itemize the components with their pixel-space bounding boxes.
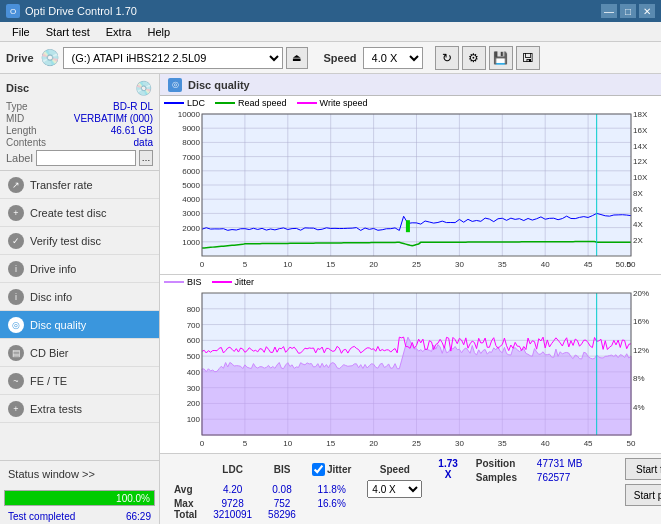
minimize-button[interactable]: — bbox=[601, 4, 617, 18]
stats-max-bis: 752 bbox=[260, 498, 304, 509]
legend-bis: BIS bbox=[164, 277, 202, 287]
progress-bar-container: 100.0% bbox=[4, 490, 155, 506]
legend-ldc: LDC bbox=[164, 98, 205, 108]
action-buttons: Start full Start part bbox=[625, 458, 661, 506]
right-stats: Position 47731 MB Samples 762577 bbox=[476, 458, 607, 483]
menu-extra[interactable]: Extra bbox=[98, 24, 140, 40]
disc-contents-label: Contents bbox=[6, 137, 46, 148]
stats-col-jitter-check: Jitter bbox=[304, 458, 359, 480]
settings-button[interactable]: ⚙ bbox=[462, 46, 486, 70]
samples-row: Samples 762577 bbox=[476, 472, 607, 483]
sidebar-item-extra-tests[interactable]: + Extra tests bbox=[0, 395, 159, 423]
disc-type-row: Type BD-R DL bbox=[6, 101, 153, 112]
stats-col-ldc: LDC bbox=[205, 458, 260, 480]
disc-info-icon: i bbox=[8, 289, 24, 305]
disc-contents-row: Contents data bbox=[6, 137, 153, 148]
sidebar-item-cd-bier[interactable]: ▤ CD Bier bbox=[0, 339, 159, 367]
sidebar-item-fe-te[interactable]: ~ FE / TE bbox=[0, 367, 159, 395]
main-layout: Disc 💿 Type BD-R DL MID VERBATIMf (000) … bbox=[0, 74, 661, 524]
stats-max-ldc: 9728 bbox=[205, 498, 260, 509]
drive-select[interactable]: (G:) ATAPI iHBS212 2.5L09 bbox=[63, 47, 283, 69]
speed-select[interactable]: 4.0 X bbox=[363, 47, 423, 69]
samples-value: 762577 bbox=[537, 472, 607, 483]
jitter-color bbox=[212, 281, 232, 283]
position-label: Position bbox=[476, 458, 531, 469]
sidebar-label-drive-info: Drive info bbox=[30, 263, 76, 275]
sidebar-item-verify-test-disc[interactable]: ✓ Verify test disc bbox=[0, 227, 159, 255]
status-bottom: Test completed 66:29 bbox=[0, 509, 159, 524]
status-window-nav[interactable]: Status window >> bbox=[0, 461, 159, 487]
quality-panel-icon: ◎ bbox=[168, 78, 182, 92]
sidebar-label-disc-info: Disc info bbox=[30, 291, 72, 303]
transfer-rate-icon: ↗ bbox=[8, 177, 24, 193]
progress-text: 100.0% bbox=[116, 493, 150, 504]
sidebar-item-drive-info[interactable]: i Drive info bbox=[0, 255, 159, 283]
progress-bar-fill: 100.0% bbox=[5, 491, 154, 505]
disc-label-input[interactable] bbox=[36, 150, 136, 166]
stats-avg-ldc: 4.20 bbox=[205, 480, 260, 498]
menu-bar: File Start test Extra Help bbox=[0, 22, 661, 42]
stats-avg-label: Avg bbox=[166, 480, 205, 498]
disc-quality-icon: ◎ bbox=[8, 317, 24, 333]
jitter-checkbox[interactable] bbox=[312, 463, 325, 476]
sidebar-label-disc-quality: Disc quality bbox=[30, 319, 86, 331]
disc-label-button[interactable]: … bbox=[139, 150, 153, 166]
legend-jitter: Jitter bbox=[212, 277, 255, 287]
close-button[interactable]: ✕ bbox=[639, 4, 655, 18]
sidebar-item-disc-quality[interactable]: ◎ Disc quality bbox=[0, 311, 159, 339]
eject-button[interactable]: ⏏ bbox=[286, 47, 308, 69]
stats-max-jitter: 16.6% bbox=[304, 498, 359, 509]
sidebar-label-transfer-rate: Transfer rate bbox=[30, 179, 93, 191]
create-test-disc-icon: + bbox=[8, 205, 24, 221]
stats-col-empty bbox=[166, 458, 205, 480]
refresh-button[interactable]: ↻ bbox=[435, 46, 459, 70]
menu-file[interactable]: File bbox=[4, 24, 38, 40]
stats-total-ldc: 3210091 bbox=[205, 509, 260, 520]
start-part-button[interactable]: Start part bbox=[625, 484, 661, 506]
disc-mid-row: MID VERBATIMf (000) bbox=[6, 113, 153, 124]
disc-label-key: Label bbox=[6, 152, 33, 164]
legend-bis-label: BIS bbox=[187, 277, 202, 287]
stats-total-row: Total 3210091 58296 bbox=[166, 509, 466, 520]
fe-te-icon: ~ bbox=[8, 373, 24, 389]
maximize-button[interactable]: □ bbox=[620, 4, 636, 18]
start-full-button[interactable]: Start full bbox=[625, 458, 661, 480]
disc-type-value: BD-R DL bbox=[113, 101, 153, 112]
write-speed-color bbox=[297, 102, 317, 104]
disc-length-value: 46.61 GB bbox=[111, 125, 153, 136]
chart2-canvas-container bbox=[160, 289, 661, 453]
chart2-wrapper: BIS Jitter bbox=[160, 275, 661, 453]
sidebar-label-verify-test-disc: Verify test disc bbox=[30, 235, 101, 247]
status-completed-text: Test completed bbox=[4, 510, 79, 523]
disc-button[interactable]: 💾 bbox=[489, 46, 513, 70]
jitter-label: Jitter bbox=[327, 464, 351, 475]
toolbar-buttons: ↻ ⚙ 💾 🖫 bbox=[435, 46, 540, 70]
legend-read-speed-label: Read speed bbox=[238, 98, 287, 108]
title-bar: O Opti Drive Control 1.70 — □ ✕ bbox=[0, 0, 661, 22]
disc-length-row: Length 46.61 GB bbox=[6, 125, 153, 136]
disc-panel: Disc 💿 Type BD-R DL MID VERBATIMf (000) … bbox=[0, 74, 159, 171]
save-button[interactable]: 🖫 bbox=[516, 46, 540, 70]
sidebar-item-transfer-rate[interactable]: ↗ Transfer rate bbox=[0, 171, 159, 199]
drive-selector: 💿 (G:) ATAPI iHBS212 2.5L09 ⏏ bbox=[40, 47, 308, 69]
drive-label: Drive bbox=[6, 52, 34, 64]
menu-help[interactable]: Help bbox=[139, 24, 178, 40]
chart2-legend: BIS Jitter bbox=[160, 275, 661, 289]
stats-total-label: Total bbox=[166, 509, 205, 520]
disc-header: Disc 💿 bbox=[6, 78, 153, 98]
disc-type-label: Type bbox=[6, 101, 28, 112]
menu-start-test[interactable]: Start test bbox=[38, 24, 98, 40]
status-time-text: 66:29 bbox=[122, 510, 155, 523]
stats-speed-select[interactable]: 4.0 X bbox=[367, 480, 422, 498]
position-value: 47731 MB bbox=[537, 458, 607, 469]
chart2-canvas bbox=[160, 289, 661, 453]
sidebar-label-fe-te: FE / TE bbox=[30, 375, 67, 387]
quality-panel-title: Disc quality bbox=[188, 79, 250, 91]
app-title: Opti Drive Control 1.70 bbox=[25, 5, 137, 17]
sidebar-item-disc-info[interactable]: i Disc info bbox=[0, 283, 159, 311]
ldc-color bbox=[164, 102, 184, 104]
stats-col-bis: BIS bbox=[260, 458, 304, 480]
stats-speed-select-cell: 4.0 X bbox=[359, 480, 430, 498]
stats-panel: LDC BIS Jitter Speed 1.73 X Avg bbox=[160, 453, 661, 524]
sidebar-item-create-test-disc[interactable]: + Create test disc bbox=[0, 199, 159, 227]
